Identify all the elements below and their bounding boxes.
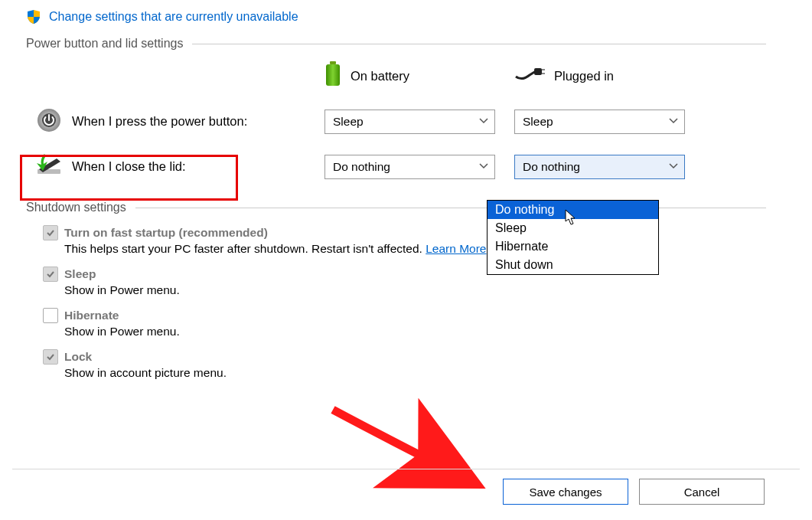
hibernate-desc: Show in Power menu. [64, 325, 766, 338]
dropdown-option[interactable]: Hibernate [488, 237, 658, 256]
column-header-battery: On battery [351, 69, 409, 83]
chevron-down-icon [669, 116, 678, 126]
chevron-down-icon [479, 116, 488, 126]
chevron-down-icon [669, 162, 678, 171]
dropdown-option[interactable]: Do nothing [488, 201, 658, 219]
hibernate-label: Hibernate [64, 309, 119, 322]
dropdown-option[interactable]: Sleep [488, 219, 658, 237]
close-lid-row-label: When I close the lid: [72, 159, 324, 174]
hibernate-checkbox[interactable] [43, 308, 58, 323]
fast-startup-checkbox[interactable] [43, 225, 58, 240]
column-header-plugged: Plugged in [554, 69, 614, 83]
power-button-plugged-select[interactable]: Sleep [514, 110, 685, 134]
close-lid-icon [34, 152, 64, 181]
svg-rect-2 [534, 68, 542, 75]
fast-startup-desc: This helps start your PC faster after sh… [64, 242, 766, 256]
sleep-desc: Show in Power menu. [64, 283, 766, 297]
learn-more-link[interactable]: Learn More [426, 242, 486, 255]
lock-desc: Show in account picture menu. [64, 366, 766, 380]
uac-shield-icon [26, 9, 41, 25]
change-unavailable-settings-link[interactable]: Change settings that are currently unava… [49, 10, 298, 24]
fast-startup-label: Turn on fast startup (recommended) [64, 226, 268, 240]
group-header-shutdown: Shutdown settings [26, 201, 126, 214]
plug-icon [514, 66, 545, 86]
power-button-battery-select[interactable]: Sleep [324, 110, 495, 134]
power-button-icon [36, 107, 62, 136]
save-changes-button[interactable]: Save changes [503, 479, 628, 505]
lock-checkbox[interactable] [43, 349, 58, 365]
group-header-power: Power button and lid settings [26, 37, 183, 51]
cancel-button[interactable]: Cancel [639, 479, 765, 505]
power-button-row-label: When I press the power button: [72, 114, 324, 129]
dropdown-option[interactable]: Shut down [488, 256, 658, 274]
lock-label: Lock [64, 350, 92, 364]
sleep-label: Sleep [64, 267, 96, 281]
svg-rect-0 [330, 61, 336, 64]
close-lid-plugged-dropdown[interactable]: Do nothing Sleep Hibernate Shut down [487, 200, 659, 275]
svg-rect-1 [326, 64, 340, 86]
annotation-arrow [321, 398, 497, 498]
chevron-down-icon [479, 162, 488, 171]
close-lid-plugged-select[interactable]: Do nothing [514, 155, 685, 179]
battery-icon [324, 61, 341, 90]
sleep-checkbox[interactable] [43, 267, 58, 282]
close-lid-battery-select[interactable]: Do nothing [324, 155, 495, 179]
